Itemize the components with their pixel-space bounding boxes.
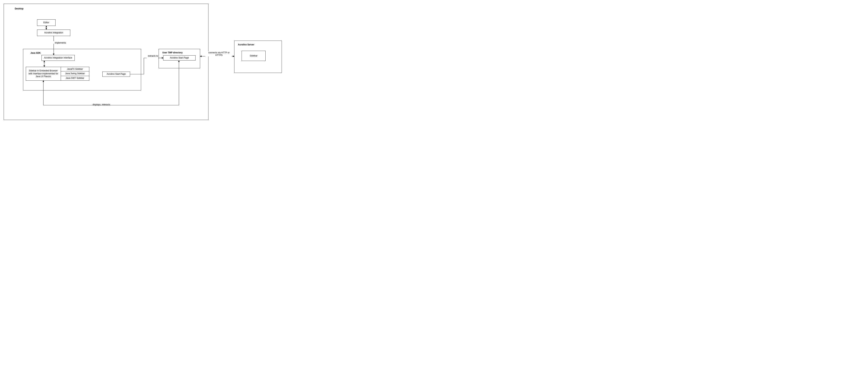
- edge-label-implements: implements: [54, 41, 66, 44]
- container-java-sdk-title: Java SDK: [30, 52, 40, 54]
- container-acrolinx-server-title: Acrolinx Server: [238, 43, 254, 46]
- node-javafx-sidebar: JavaFX Sidebar: [61, 67, 89, 71]
- node-aii: Acrolinx Integration Interface: [41, 55, 75, 61]
- node-start-page-tmp: Acrolinx Start Page: [163, 55, 195, 61]
- node-sidebar-server: Sidebar: [242, 51, 266, 61]
- node-java-swt-sidebar: Java SWT Sidebar: [61, 76, 89, 81]
- node-sidebar-embedded: Sidebar in Embeded Browser with Interfac…: [26, 67, 61, 81]
- node-start-page-sdk: Acrolinx Start Page: [102, 71, 130, 77]
- container-user-tmp-title: User TMP directory: [162, 51, 183, 54]
- diagram-canvas: Desktop Editor Acrolinx Integration Java…: [0, 0, 289, 124]
- edge-label-extracts-to: extracts to: [148, 55, 158, 57]
- node-java-swing-sidebar: Java Swing Sidebar: [61, 71, 89, 76]
- edge-label-displays-interacts: displays, interacts: [92, 103, 111, 106]
- node-editor: Editor: [37, 20, 56, 26]
- container-desktop-title: Desktop: [15, 7, 24, 10]
- node-acrolinx-integration: Acrolinx Integration: [37, 30, 70, 36]
- edge-label-connects-http: connects via HTTP or HTTPS: [206, 51, 232, 57]
